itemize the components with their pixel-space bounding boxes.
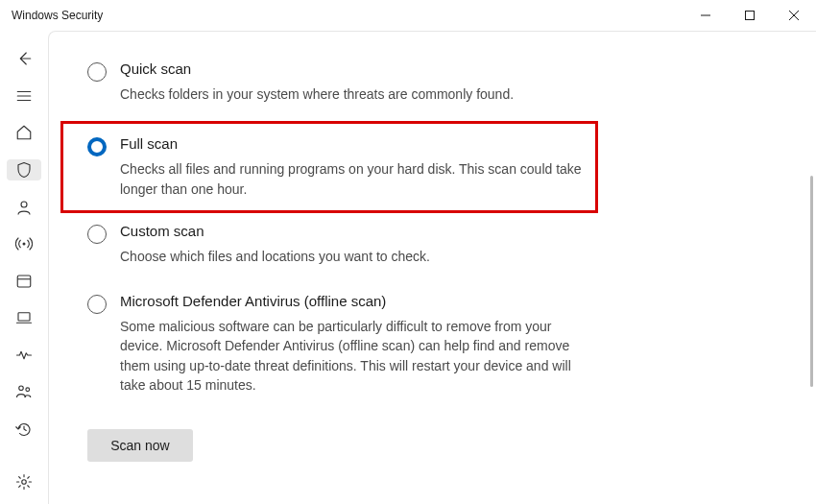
- svg-rect-0: [746, 12, 755, 20]
- nav-settings[interactable]: [7, 470, 41, 492]
- option-title: Full scan: [120, 135, 586, 152]
- shield-icon: [15, 161, 33, 179]
- gear-icon: [15, 473, 33, 491]
- svg-rect-3: [17, 276, 31, 287]
- option-title: Custom scan: [120, 223, 430, 239]
- svg-point-7: [22, 479, 27, 484]
- minimize-icon: [701, 11, 710, 20]
- laptop-icon: [15, 309, 33, 326]
- close-icon: [789, 11, 799, 20]
- svg-point-6: [26, 388, 30, 392]
- close-button[interactable]: [772, 0, 816, 31]
- nav-history[interactable]: [7, 419, 41, 441]
- maximize-icon: [745, 11, 755, 20]
- hamburger-icon: [15, 87, 33, 105]
- family-icon: [15, 383, 33, 400]
- option-quick-scan[interactable]: Quick scan Checks folders in your system…: [87, 51, 625, 121]
- radio-full-scan[interactable]: [87, 137, 107, 156]
- svg-rect-4: [18, 313, 30, 321]
- nav-account-protection[interactable]: [7, 196, 41, 218]
- nav-device-performance[interactable]: [7, 345, 41, 367]
- svg-point-1: [21, 202, 27, 207]
- nav-firewall[interactable]: [7, 233, 41, 255]
- back-button[interactable]: [7, 48, 41, 70]
- nav-app-browser[interactable]: [7, 270, 41, 292]
- svg-point-2: [23, 243, 26, 246]
- scan-now-button[interactable]: Scan now: [87, 429, 193, 462]
- app-window-icon: [15, 273, 33, 290]
- option-desc: Checks folders in your system where thre…: [120, 84, 514, 104]
- minimize-button[interactable]: [684, 0, 728, 31]
- nav-device-security[interactable]: [7, 307, 41, 329]
- maximize-button[interactable]: [728, 0, 772, 31]
- menu-button[interactable]: [7, 85, 41, 108]
- history-icon: [15, 420, 33, 438]
- radio-quick-scan[interactable]: [87, 62, 107, 82]
- scrollbar[interactable]: [810, 176, 813, 387]
- heartbeat-icon: [15, 347, 33, 364]
- sidebar: [0, 31, 48, 504]
- radio-custom-scan[interactable]: [87, 225, 107, 244]
- window-controls: [684, 0, 816, 31]
- svg-point-5: [19, 386, 24, 391]
- home-icon: [15, 124, 33, 141]
- nav-family[interactable]: [7, 381, 41, 403]
- option-desc: Checks all files and running programs on…: [120, 159, 586, 199]
- option-custom-scan[interactable]: Custom scan Choose which files and locat…: [87, 213, 625, 283]
- titlebar: Windows Security: [0, 0, 816, 31]
- option-title: Quick scan: [120, 60, 514, 77]
- nav-home[interactable]: [7, 122, 41, 144]
- option-full-scan[interactable]: Full scan Checks all files and running p…: [60, 121, 598, 213]
- option-desc: Choose which files and locations you wan…: [120, 247, 430, 266]
- nav-virus-protection[interactable]: [7, 159, 41, 181]
- back-arrow-icon: [15, 50, 33, 67]
- option-title: Microsoft Defender Antivirus (offline sc…: [120, 293, 590, 309]
- option-desc: Some malicious software can be particula…: [120, 317, 590, 395]
- option-offline-scan[interactable]: Microsoft Defender Antivirus (offline sc…: [87, 283, 625, 412]
- scan-options-panel: Quick scan Checks folders in your system…: [48, 31, 816, 504]
- person-icon: [15, 199, 33, 216]
- window-title: Windows Security: [12, 9, 103, 22]
- radio-offline-scan[interactable]: [87, 295, 107, 314]
- antenna-icon: [15, 235, 33, 252]
